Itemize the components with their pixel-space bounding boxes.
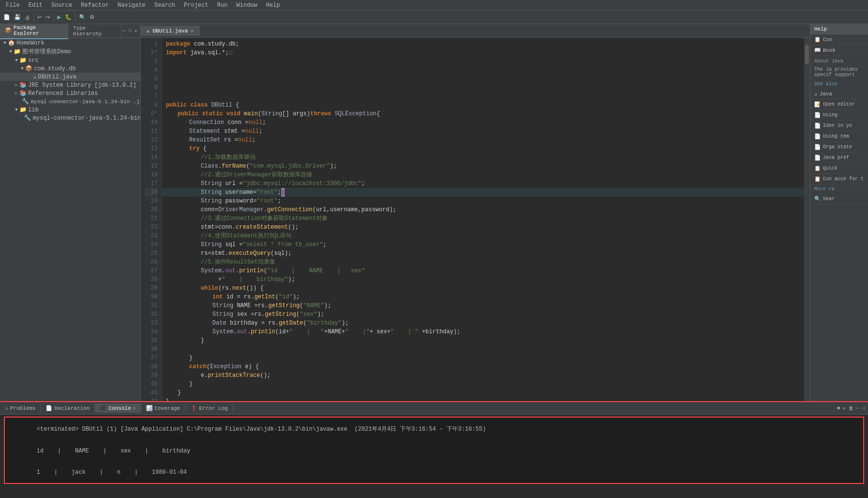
menu-window[interactable]: Window xyxy=(232,1,261,10)
tab-declaration[interactable]: 📄 Declaration xyxy=(41,404,95,413)
tree-item-dbutil[interactable]: ☕ DBUtil.java xyxy=(0,73,140,81)
close-panel-icon[interactable]: ✕ xyxy=(133,27,138,35)
see-also-link[interactable]: See also xyxy=(810,79,868,89)
toolbar-search[interactable]: 🔍 xyxy=(78,13,87,21)
tab-error-log[interactable]: ❗ Error Log xyxy=(186,404,233,413)
editor-scrollbar[interactable] xyxy=(804,38,810,401)
library-icon: 📁 xyxy=(14,48,21,55)
toolbar-new[interactable]: 📄 xyxy=(2,13,12,21)
toolbar-run[interactable]: ▶ xyxy=(56,13,63,21)
code-line-9: public static void main(String[] args)th… xyxy=(162,109,804,118)
tree-item-package[interactable]: ▼ 📦 com.study.db xyxy=(0,64,140,73)
ln-39: 39 xyxy=(145,371,158,380)
help-con-label: Con xyxy=(823,37,833,43)
help-item-iden[interactable]: 📄 Iden in yo xyxy=(810,121,868,131)
code-line-14: //1.加载数据库驱动 xyxy=(162,153,804,162)
tree-item-mysql-jar2[interactable]: 🔧 mysql-connector-java-5.1.24-bin .jar xyxy=(0,114,140,122)
toolbar-undo[interactable]: ↩ xyxy=(36,13,43,21)
toolbar-print[interactable]: 🖨 xyxy=(23,14,32,21)
minimize-icon[interactable]: — xyxy=(855,405,860,412)
open-editor-icon: 📝 xyxy=(814,101,821,108)
console-close-icon[interactable]: ✕ xyxy=(133,405,135,411)
ln-26: 26 xyxy=(145,258,158,266)
maximize-icon[interactable]: □ xyxy=(861,405,866,412)
menu-search[interactable]: Search xyxy=(150,1,179,10)
tree-item-homework[interactable]: ▼ 🏠 HomeWork xyxy=(0,39,140,47)
code-line-20: conn=DriverManager.getConnection(url,use… xyxy=(162,205,804,214)
maximize-icon[interactable]: □ xyxy=(128,27,132,35)
toolbar-redo[interactable]: ↪ xyxy=(44,13,51,21)
help-using-icon: 📄 xyxy=(814,112,821,118)
more-re-link[interactable]: More re xyxy=(810,185,868,194)
menu-edit[interactable]: Edit xyxy=(25,1,47,10)
code-line-38: catch(Exception e) { xyxy=(162,362,804,371)
ln-37: 37 xyxy=(145,354,158,362)
ln-10: 10 xyxy=(145,118,158,127)
scrollbar-thumb[interactable] xyxy=(805,45,809,64)
toolbar-debug[interactable]: 🐛 xyxy=(64,13,73,21)
tree-item-mysql-jar[interactable]: 🔧 mysql-connector-java-5.1.24-bin .jar -… xyxy=(0,97,140,106)
toolbar-settings[interactable]: ⚙ xyxy=(88,13,96,21)
mysql-jar-label: mysql-connector-java-5.1.24-bin .jar - G… xyxy=(31,98,140,105)
tab-console[interactable]: ⬛ Console ✕ xyxy=(95,404,141,413)
ln-12: 12 xyxy=(145,136,158,144)
package-explorer-label: Package Explorer xyxy=(14,25,63,36)
tree-item-ref-libs[interactable]: ▷ 📚 Referenced Libraries xyxy=(0,89,140,97)
lib-label: lib xyxy=(28,107,39,113)
help-item-open-editor[interactable]: 📝 Open editor xyxy=(810,99,868,110)
code-editor[interactable]: 1 2* 3 4 5 6 7 8 9* 10 11 12 13 14 15 16… xyxy=(141,38,810,401)
help-con-icon: 📋 xyxy=(814,36,821,43)
java-tab-icon: ☕ xyxy=(146,28,150,34)
tab-coverage[interactable]: 📊 Coverage xyxy=(141,404,186,413)
code-line-34: System.out.println(id+" | "+NAME+" |"+ s… xyxy=(162,327,804,336)
help-item-java-pref[interactable]: 📄 Java pref xyxy=(810,153,868,163)
tree-item-src[interactable]: ▼ 📁 src xyxy=(0,56,140,64)
tab-problems[interactable]: ⚠ Problems xyxy=(0,404,41,413)
menu-help[interactable]: Help xyxy=(262,1,284,10)
ln-32: 32 xyxy=(145,310,158,319)
code-content[interactable]: package com.study.db; import java.sql.*;… xyxy=(162,38,804,401)
code-line-7 xyxy=(162,92,804,101)
menu-source[interactable]: Source xyxy=(48,1,76,10)
help-item-sear[interactable]: 🔍 Sear xyxy=(810,194,868,204)
help-item-con-acce[interactable]: 📋 Con acce for t xyxy=(810,174,868,185)
console-close-icon2[interactable]: ✕ xyxy=(842,405,847,412)
help-item-quick[interactable]: 📋 Quick xyxy=(810,163,868,174)
help-item-java[interactable]: ☕ Java xyxy=(810,89,868,99)
menu-file[interactable]: File xyxy=(2,1,24,10)
menu-navigate[interactable]: Navigate xyxy=(113,1,149,10)
homework-icon: 🏠 xyxy=(8,39,15,47)
console-terminate-icon[interactable]: ■ xyxy=(836,405,841,412)
console-clear-icon[interactable]: 🗑 xyxy=(848,405,854,412)
code-line-42: } xyxy=(162,397,804,401)
tree-arrow: ▼ xyxy=(14,108,19,112)
help-item-book[interactable]: 📖 Book xyxy=(810,45,868,56)
menu-project[interactable]: Project xyxy=(180,1,212,10)
code-line-13: try { xyxy=(162,144,804,153)
menu-refactor[interactable]: Refactor xyxy=(77,1,113,10)
tree-item-lib[interactable]: ▼ 📁 lib xyxy=(0,106,140,114)
tab-type-hierarchy[interactable]: Type Hierarchy xyxy=(68,24,122,39)
toolbar-save[interactable]: 💾 xyxy=(13,13,22,21)
menu-run[interactable]: Run xyxy=(213,1,232,10)
help-book-label: Book xyxy=(823,47,836,53)
ref-libs-icon: 📚 xyxy=(19,90,27,97)
editor-tab-dbutil[interactable]: ☕ DBUtil.java ✕ xyxy=(141,26,200,36)
package-explorer-icon: 📦 xyxy=(5,27,12,33)
code-line-15: Class.forName("com.mysql.jdbc.Driver"); xyxy=(162,162,804,171)
help-item-using[interactable]: 📄 Using xyxy=(810,110,868,121)
tree-item-library[interactable]: ▼ 📁 图书管理系统Demo xyxy=(0,47,140,56)
tree-arrow-empty xyxy=(27,75,33,79)
ln-9: 9* xyxy=(145,109,158,118)
code-line-1: package com.study.db; xyxy=(162,40,804,48)
tab-package-explorer[interactable]: 📦 Package Explorer xyxy=(0,24,68,39)
ln-15: 15 xyxy=(145,162,158,171)
close-tab-icon[interactable]: ✕ xyxy=(191,28,193,34)
right-panel: Help 📋 Con 📖 Book About Java The Ja prov… xyxy=(810,24,868,401)
minimize-icon[interactable]: — xyxy=(122,27,127,35)
help-item-using2[interactable]: 📄 Using tem xyxy=(810,131,868,142)
help-item-orga[interactable]: 📄 Orga state xyxy=(810,142,868,153)
ln-38: 38 xyxy=(145,362,158,371)
help-item-con[interactable]: 📋 Con xyxy=(810,34,868,45)
tree-item-jre[interactable]: ▷ 📚 JRE System Library [jdk-13.0.2] xyxy=(0,81,140,89)
